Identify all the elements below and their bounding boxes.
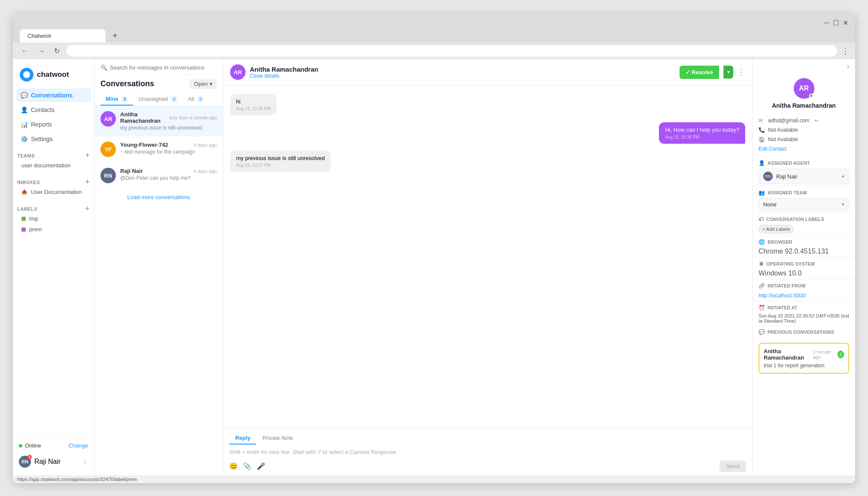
teams-section-title: Teams <box>17 153 35 158</box>
edit-contact-row[interactable]: Edit Contact <box>759 144 849 154</box>
inboxes-add-button[interactable]: + <box>85 178 90 187</box>
agent-avatar: RN <box>763 172 773 181</box>
minimize-button[interactable]: ─ <box>823 19 829 25</box>
avatar: AR <box>794 78 814 99</box>
load-more-button[interactable]: Load more conversations <box>94 189 223 206</box>
phone-icon: 📞 <box>759 127 765 133</box>
mine-tab-label: Mine <box>106 96 118 102</box>
forward-button[interactable]: → <box>35 46 47 56</box>
all-tab-label: All <box>188 96 194 102</box>
close-button[interactable]: ✕ <box>842 19 848 25</box>
conv-time: 4 days ago <box>194 142 217 148</box>
reload-button[interactable]: ↻ <box>52 46 62 56</box>
settings-icon: ⚙️ <box>21 136 27 142</box>
online-dot <box>19 444 22 448</box>
reply-toolbar: 😊 📎 🎤 Send <box>223 458 752 475</box>
reply-tab[interactable]: Reply <box>229 432 256 445</box>
address-bar[interactable] <box>67 45 837 57</box>
assigned-agent-label: Assigned Agent <box>768 160 810 166</box>
inbox-label: User Documentation <box>31 189 82 195</box>
conv-contact-name: Young-Flower-742 <box>120 142 168 148</box>
conversations-panel: 🔍 Conversations Open ▾ Mine 3 Unassigned… <box>94 59 223 475</box>
maximize-button[interactable]: ☐ <box>833 19 839 25</box>
attachment-icon[interactable]: 😊 <box>229 462 238 470</box>
browser-tab[interactable]: Chatwoot <box>20 29 106 42</box>
user-initials: RN <box>21 459 28 464</box>
previous-conversation-card[interactable]: Anitha Ramachandran 1 minute ago 2 trial… <box>759 343 849 374</box>
contact-initials: AR <box>799 85 809 92</box>
sidebar-item-settings[interactable]: ⚙️ Settings <box>16 132 91 146</box>
edit-email-icon[interactable]: ✏ <box>814 118 818 124</box>
change-status-button[interactable]: Change <box>68 442 88 449</box>
team-value: None <box>763 201 777 208</box>
expand-icon[interactable]: › <box>847 63 849 70</box>
avatar: YF <box>100 142 116 157</box>
search-input[interactable] <box>110 64 217 71</box>
user-menu-button[interactable]: ⋮ <box>82 458 88 465</box>
sidebar-item-contacts[interactable]: 👤 Contacts <box>16 103 91 117</box>
initiated-from-link[interactable]: http://localhost:3000/ <box>759 293 806 299</box>
open-filter-dropdown[interactable]: Open ▾ <box>190 79 217 89</box>
assigned-team-label: Assigned Team <box>768 190 807 195</box>
close-details-link[interactable]: Close details <box>250 73 680 79</box>
clock-icon: ⏰ <box>759 305 765 311</box>
conversation-tabs: Mine 3 Unassigned 0 All 3 <box>94 91 223 106</box>
avatar: AR <box>100 111 116 127</box>
audio-icon[interactable]: 🎤 <box>257 462 265 470</box>
sidebar-item-label-imp[interactable]: imp <box>17 213 90 224</box>
list-item[interactable]: YF Young-Flower-742 4 days ago ~ test me… <box>94 136 223 163</box>
agent-dropdown[interactable]: RN Raji Nair ▾ <box>759 169 849 184</box>
email-row: ✉ adfsd@gmail.com ✏ <box>759 116 849 125</box>
conversations-title: Conversations <box>100 79 154 88</box>
reply-placeholder: Shift + enter for new line. Start with '… <box>229 449 746 455</box>
status-label: Online <box>25 442 41 449</box>
expand-details: › <box>753 59 855 74</box>
resolve-button[interactable]: ✓ Resolve <box>680 66 719 79</box>
add-labels-button[interactable]: + Add Labels <box>759 225 794 233</box>
chat-more-button[interactable]: ⋮ <box>737 67 745 77</box>
resolve-dropdown-button[interactable]: ▾ <box>723 66 733 79</box>
message-time: Aug 15, 10:36 PM <box>665 135 739 139</box>
contacts-icon: 👤 <box>21 106 27 113</box>
imp-label: imp <box>29 215 38 222</box>
back-button[interactable]: ← <box>19 46 31 56</box>
sidebar-footer: Online Change <box>13 438 94 453</box>
team-dropdown[interactable]: None ▾ <box>759 198 849 211</box>
send-button[interactable]: Send <box>719 460 746 472</box>
tab-all[interactable]: All 3 <box>183 93 209 106</box>
conv-time: less than a minute ago <box>169 115 217 120</box>
conv-preview: @Don Peter can you help me? <box>120 175 217 181</box>
browser-nav: ← → ↻ ⋮ <box>13 42 855 59</box>
message-bubble: hi Aug 15, 10:36 PM <box>230 94 276 115</box>
list-item[interactable]: RN Raji Nair 4 days ago @Don Peter can y… <box>94 163 223 189</box>
emoji-icon[interactable]: 📎 <box>243 462 252 470</box>
sidebar-item-reports[interactable]: 📊 Reports <box>16 118 91 131</box>
teams-section: Teams + user documentation <box>13 146 94 172</box>
agent-name: Raji Nair <box>776 173 798 180</box>
assigned-team-section: 👥 Assigned Team None ▾ <box>753 186 855 212</box>
os-value: Windows 10.0 <box>759 269 849 277</box>
prem-label: prem <box>29 226 42 233</box>
sidebar-item-conversations[interactable]: 💬 Conversations <box>16 88 91 102</box>
teams-add-button[interactable]: + <box>85 151 90 160</box>
message-text: hi <box>236 98 270 105</box>
new-tab-button[interactable]: + <box>109 29 121 42</box>
sidebar-item-label-prem[interactable]: prem <box>17 224 90 235</box>
sidebar-item-user-documentation-team[interactable]: user documentation <box>17 160 90 171</box>
tab-unassigned[interactable]: Unassigned 0 <box>133 93 182 106</box>
open-label: Open <box>194 81 208 87</box>
sidebar-item-user-documentation[interactable]: 📥 User Documentation <box>17 187 90 197</box>
app-body: chatwoot 💬 Conversations 👤 Contacts 📊 Re… <box>13 59 855 475</box>
private-note-tab[interactable]: Private Note <box>256 432 299 445</box>
edit-contact-link[interactable]: Edit Contact <box>759 146 786 152</box>
browser-menu-button[interactable]: ⋮ <box>841 46 849 56</box>
conv-contact-name: Raji Nair <box>120 168 143 174</box>
list-item[interactable]: AR Anitha Ramachandran less than a minut… <box>94 106 223 136</box>
link-icon: 🔗 <box>759 283 765 289</box>
location-value: Not Available <box>768 136 798 142</box>
unassigned-tab-label: Unassigned <box>138 96 168 102</box>
tab-mine[interactable]: Mine 3 <box>100 93 133 106</box>
location-icon: 🏠 <box>759 136 765 142</box>
sidebar-item-label: Contacts <box>31 106 55 113</box>
labels-add-button[interactable]: + <box>85 204 90 213</box>
